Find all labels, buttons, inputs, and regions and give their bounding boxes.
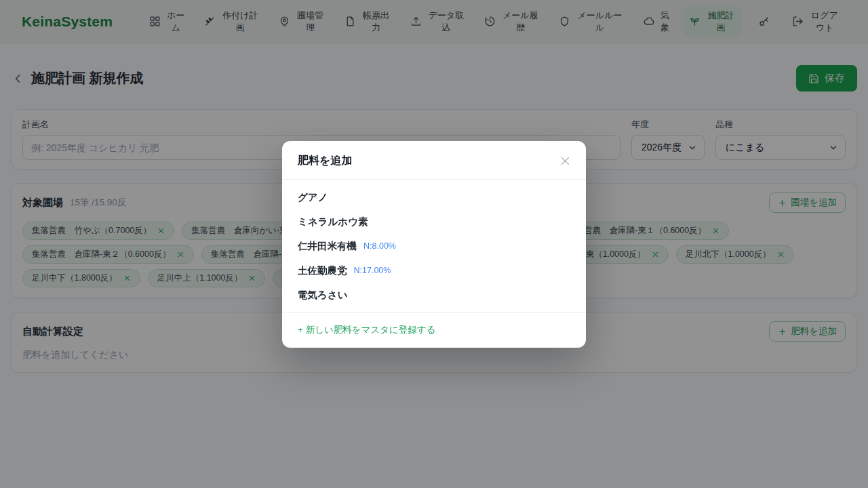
fertilizer-name: 土佐勤農党 bbox=[298, 264, 347, 277]
fertilizer-name: 仁井田米有機 bbox=[298, 240, 357, 253]
fertilizer-option[interactable]: ミネラルホウ素 bbox=[282, 209, 586, 234]
modal-title: 肥料を追加 bbox=[298, 154, 352, 168]
fertilizer-name: 電気ろさい bbox=[298, 289, 348, 302]
modal-footer: + 新しい肥料をマスタに登録する bbox=[282, 313, 586, 348]
fertilizer-name: グアノ bbox=[298, 191, 328, 204]
fertilizer-name: ミネラルホウ素 bbox=[298, 216, 368, 228]
modal-header: 肥料を追加 bbox=[282, 141, 586, 179]
fertilizer-option[interactable]: 土佐勤農党N:17.00% bbox=[282, 258, 586, 283]
fertilizer-option-list: グアノミネラルホウ素仁井田米有機N:8.00%土佐勤農党N:17.00%電気ろさ… bbox=[282, 179, 586, 313]
register-new-fertilizer-link[interactable]: + 新しい肥料をマスタに登録する bbox=[298, 325, 435, 335]
fertilizer-option[interactable]: 電気ろさい bbox=[282, 283, 586, 307]
add-fertilizer-modal: 肥料を追加 グアノミネラルホウ素仁井田米有機N:8.00%土佐勤農党N:17.0… bbox=[282, 141, 586, 348]
close-icon bbox=[559, 155, 571, 167]
fertilizer-option[interactable]: グアノ bbox=[282, 185, 586, 209]
fertilizer-n-value: N:8.00% bbox=[363, 241, 396, 251]
fertilizer-option[interactable]: 仁井田米有機N:8.00% bbox=[282, 234, 586, 258]
fertilizer-n-value: N:17.00% bbox=[354, 266, 391, 275]
modal-close-button[interactable] bbox=[558, 154, 572, 168]
